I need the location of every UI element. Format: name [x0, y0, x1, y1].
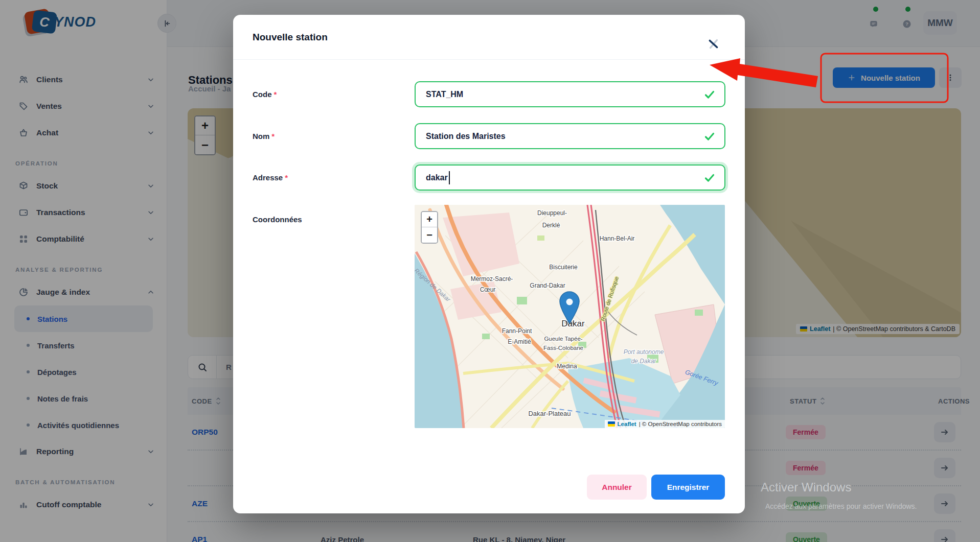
nom-input[interactable]: Station des Maristes [415, 123, 725, 149]
leaflet-link[interactable]: Leaflet [618, 421, 636, 427]
form-row-nom: Nom* Station des Maristes [253, 123, 725, 149]
modal-footer: Annuler Enregistrer [587, 475, 725, 500]
form-row-adresse: Adresse* dakar [253, 164, 725, 191]
map-label: Grand-Dakar [530, 282, 565, 289]
map-label: Fass-Colobane [543, 345, 583, 351]
modal-title: Nouvelle station [253, 32, 328, 43]
nom-label: Nom* [253, 123, 415, 149]
label-text: Nom [253, 132, 269, 140]
zoom-in-button[interactable]: + [422, 212, 437, 227]
label-text: Code [253, 90, 272, 99]
map-label: E-Amitié [508, 338, 531, 345]
check-icon [704, 89, 715, 100]
adresse-label: Adresse* [253, 164, 415, 191]
map-label: de Dakar [631, 358, 657, 365]
dakar-map-canvas: Dieuppeul- Derklé Hann-Bel-Air Biscuiter… [415, 205, 725, 428]
cancel-button[interactable]: Annuler [587, 475, 647, 500]
zoom-out-button[interactable]: − [422, 227, 437, 243]
marker-hole [566, 299, 573, 305]
adresse-input[interactable]: dakar [415, 164, 725, 191]
attribution-text: | © OpenStreetMap contributors [639, 421, 722, 427]
form-row-coordonnees: Coordonnées [253, 205, 725, 428]
check-icon [704, 131, 715, 142]
leaflet-flag-icon [608, 421, 615, 427]
map-label: Dakar-Plateau [528, 410, 571, 417]
map-label: Port autonome [624, 348, 664, 356]
app-root: C YNOD Clients Ventes Achat OPÉRATION [0, 0, 980, 542]
save-button[interactable]: Enregistrer [651, 475, 725, 500]
coordinates-map[interactable]: Dieuppeul- Derklé Hann-Bel-Air Biscuiter… [415, 205, 725, 428]
code-input[interactable]: STAT_HM [415, 81, 725, 107]
map-attribution: Leaflet | © OpenStreetMap contributors [605, 420, 725, 428]
code-label: Code* [253, 81, 415, 107]
coordonnees-label: Coordonnées [253, 205, 415, 428]
map-label: Mermoz-Sacré- [471, 275, 513, 282]
map-zoom-control: + − [421, 211, 438, 244]
map-label: Fann-Point [502, 327, 532, 335]
label-text: Coordonnées [253, 215, 302, 224]
required-asterisk: * [285, 173, 288, 182]
label-text: Adresse [253, 173, 283, 182]
text-cursor [449, 171, 450, 184]
modal-header: Nouvelle station [233, 15, 745, 60]
form-row-code: Code* STAT_HM [253, 81, 725, 107]
map-label: Biscuiterie [549, 264, 578, 271]
check-icon [704, 172, 715, 183]
required-asterisk: * [271, 132, 275, 140]
map-label: Gueule Tapée- [544, 336, 582, 342]
map-label: Dieuppeul- [537, 209, 567, 217]
input-value: dakar [426, 173, 448, 182]
input-value: Station des Maristes [426, 132, 506, 141]
new-station-modal: Nouvelle station Code* STAT_HM Nom* Stat… [233, 15, 745, 513]
modal-body: Code* STAT_HM Nom* Station des Maristes … [233, 60, 745, 428]
map-label: Medina [557, 363, 577, 370]
close-icon [707, 37, 720, 51]
input-value: STAT_HM [426, 90, 463, 99]
required-asterisk: * [274, 90, 277, 99]
map-label: Hann-Bel-Air [600, 235, 635, 242]
close-button[interactable] [707, 37, 720, 51]
map-label: Derklé [542, 222, 560, 229]
map-label: Cœur [480, 286, 496, 293]
